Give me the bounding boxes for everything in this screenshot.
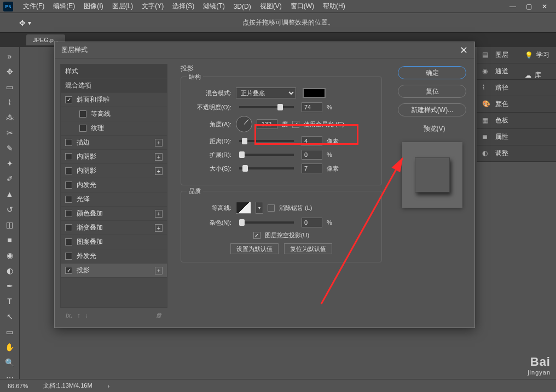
style-checkbox[interactable] xyxy=(65,210,72,217)
brush-tool-icon[interactable]: ✐ xyxy=(3,173,16,185)
opacity-slider[interactable] xyxy=(239,106,294,108)
global-light-checkbox[interactable] xyxy=(292,121,299,128)
spread-slider[interactable] xyxy=(239,154,294,156)
status-chevron-icon[interactable]: › xyxy=(108,383,110,389)
wand-tool-icon[interactable]: ⁂ xyxy=(3,112,16,124)
style-checkbox[interactable] xyxy=(65,267,72,274)
style-checkbox[interactable] xyxy=(65,196,72,203)
type-tool-icon[interactable]: T xyxy=(3,295,16,307)
minimize-button[interactable]: — xyxy=(509,3,516,10)
ok-button[interactable]: 确定 xyxy=(398,66,466,79)
learn-panel[interactable]: 💡学习 xyxy=(525,50,549,60)
size-input[interactable] xyxy=(302,163,322,173)
antialias-checkbox[interactable] xyxy=(268,204,275,212)
knockout-checkbox[interactable] xyxy=(253,232,260,239)
menu-image[interactable]: 图像(I) xyxy=(79,0,107,13)
menu-select[interactable]: 选择(S) xyxy=(168,0,199,13)
size-slider[interactable] xyxy=(239,167,294,169)
menu-help[interactable]: 帮助(H) xyxy=(318,0,350,13)
style-row[interactable]: 内发光 xyxy=(61,178,167,192)
marquee-tool-icon[interactable]: ▭ xyxy=(3,81,16,93)
style-checkbox[interactable] xyxy=(65,139,72,146)
move-tool-icon[interactable]: ✥ xyxy=(19,19,26,27)
spot-heal-tool-icon[interactable]: ✦ xyxy=(3,157,16,169)
new-style-button[interactable]: 新建样式(W)... xyxy=(398,103,466,116)
noise-slider[interactable] xyxy=(239,221,294,224)
zoom-level[interactable]: 66.67% xyxy=(8,383,28,389)
spread-input[interactable] xyxy=(302,150,322,160)
style-checkbox[interactable] xyxy=(65,238,72,245)
zoom-tool-icon[interactable]: 🔍 xyxy=(3,356,16,368)
style-checkbox[interactable] xyxy=(65,167,72,174)
menu-file[interactable]: 文件(F) xyxy=(19,0,49,13)
shape-tool-icon[interactable]: ▭ xyxy=(3,326,16,338)
panel-paths[interactable]: ⌇路径 xyxy=(477,80,556,96)
style-row[interactable]: 斜面和浮雕 xyxy=(61,93,167,107)
add-effect-icon[interactable]: + xyxy=(155,267,163,274)
style-checkbox[interactable] xyxy=(79,110,86,118)
eraser-tool-icon[interactable]: ◫ xyxy=(3,219,16,231)
style-checkbox[interactable] xyxy=(65,153,72,160)
lasso-tool-icon[interactable]: ⌇ xyxy=(3,96,16,108)
libraries-panel[interactable]: ☁库 xyxy=(525,71,549,80)
style-row[interactable]: 渐变叠加+ xyxy=(61,221,167,235)
add-effect-icon[interactable]: + xyxy=(155,224,163,232)
blur-tool-icon[interactable]: ◉ xyxy=(3,249,16,261)
menu-window[interactable]: 窗口(W) xyxy=(286,0,318,13)
hand-tool-icon[interactable]: ✋ xyxy=(3,341,16,353)
eyedropper-tool-icon[interactable]: ✎ xyxy=(3,142,16,154)
style-row[interactable]: 投影+ xyxy=(61,264,167,278)
styles-header[interactable]: 样式 xyxy=(61,65,167,79)
gradient-tool-icon[interactable]: ■ xyxy=(3,234,16,246)
menu-edit[interactable]: 编辑(E) xyxy=(49,0,79,13)
contour-picker[interactable] xyxy=(236,202,251,214)
shadow-color-swatch[interactable] xyxy=(303,88,326,98)
stamp-tool-icon[interactable]: ▲ xyxy=(3,188,16,200)
history-brush-tool-icon[interactable]: ↺ xyxy=(3,203,16,215)
down-arrow-icon[interactable]: ↓ xyxy=(85,312,88,319)
up-arrow-icon[interactable]: ↑ xyxy=(77,312,80,319)
style-checkbox[interactable] xyxy=(79,125,86,132)
close-button[interactable]: ✕ xyxy=(542,3,547,10)
blending-options[interactable]: 混合选项 xyxy=(61,79,167,93)
panel-swatches[interactable]: ▦色板 xyxy=(477,113,556,129)
close-icon[interactable]: ✕ xyxy=(460,44,468,56)
angle-input[interactable] xyxy=(257,119,277,129)
style-row[interactable]: 光泽 xyxy=(61,192,167,207)
style-row[interactable]: 外发光 xyxy=(61,249,167,264)
set-default-button[interactable]: 设置为默认值 xyxy=(230,243,279,254)
pen-tool-icon[interactable]: ✒ xyxy=(3,280,16,292)
menu-3d[interactable]: 3D(D) xyxy=(229,1,256,12)
move-tool-icon[interactable]: ✥ xyxy=(3,66,16,78)
opacity-input[interactable] xyxy=(302,102,322,112)
menu-layer[interactable]: 图层(L) xyxy=(108,0,138,13)
doc-size[interactable]: 文档:1.13M/4.16M xyxy=(43,382,92,390)
reset-default-button[interactable]: 复位为默认值 xyxy=(284,243,332,254)
menu-type[interactable]: 文字(Y) xyxy=(137,0,168,13)
style-checkbox[interactable] xyxy=(65,96,72,103)
panel-properties[interactable]: ≣属性 xyxy=(477,129,556,145)
crop-tool-icon[interactable]: ✂ xyxy=(3,127,16,139)
tool-chevrons-icon[interactable]: » xyxy=(3,50,16,62)
style-checkbox[interactable] xyxy=(65,253,72,260)
cancel-button[interactable]: 复位 xyxy=(398,85,466,98)
add-effect-icon[interactable]: + xyxy=(155,139,163,147)
add-effect-icon[interactable]: + xyxy=(155,167,163,175)
style-row[interactable]: 颜色叠加+ xyxy=(61,207,167,221)
blend-mode-select[interactable]: 正片叠底 xyxy=(236,87,296,98)
panel-color[interactable]: 🎨颜色 xyxy=(477,96,556,113)
maximize-button[interactable]: ▢ xyxy=(526,3,532,10)
dialog-titlebar[interactable]: 图层样式 ✕ xyxy=(55,42,474,58)
add-effect-icon[interactable]: + xyxy=(155,210,163,218)
style-row[interactable]: 图案叠加 xyxy=(61,235,167,249)
distance-input[interactable] xyxy=(302,136,322,146)
add-effect-icon[interactable]: + xyxy=(155,153,163,161)
style-checkbox[interactable] xyxy=(65,182,72,189)
menu-filter[interactable]: 滤镜(T) xyxy=(199,0,229,13)
contour-dropdown-icon[interactable]: ▾ xyxy=(256,202,263,214)
noise-input[interactable] xyxy=(302,218,322,227)
style-row[interactable]: 内阴影+ xyxy=(61,164,167,178)
dodge-tool-icon[interactable]: ◐ xyxy=(3,265,16,277)
fx-icon[interactable]: fx. xyxy=(66,312,73,319)
trash-icon[interactable]: 🗑 xyxy=(155,312,162,319)
